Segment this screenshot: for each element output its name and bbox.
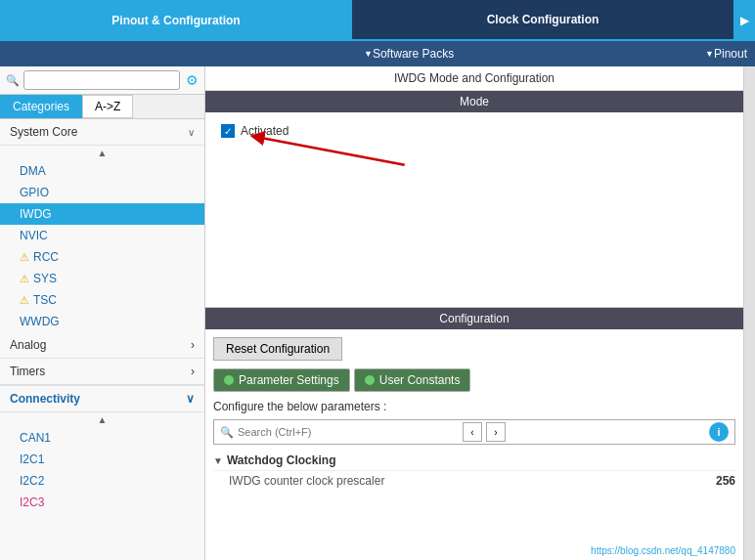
configure-text: Configure the below parameters :	[213, 400, 735, 413]
right-panel: IWDG Mode and Configuration Mode ✓ Activ…	[205, 66, 743, 560]
tab-az[interactable]: A->Z	[82, 95, 133, 118]
search-config-input[interactable]	[238, 426, 463, 438]
reset-config-button[interactable]: Reset Configuration	[213, 337, 342, 361]
analog-header[interactable]: Analog ›	[0, 332, 204, 359]
svg-line-0	[257, 137, 405, 165]
green-dot-icon	[365, 375, 375, 385]
watchdog-chevron-icon: ▼	[213, 455, 223, 466]
sidebar-content: System Core ∨ ▲ DMA GPIO IWDG NVIC ⚠ RCC	[0, 119, 204, 560]
param-name: IWDG counter clock prescaler	[229, 474, 384, 488]
config-section-header: Configuration	[205, 308, 743, 329]
scrollbar[interactable]	[743, 66, 755, 560]
panel-title: IWDG Mode and Configuration	[205, 66, 743, 91]
sidebar-item-gpio[interactable]: GPIO	[0, 182, 204, 203]
gear-icon[interactable]: ⚙	[186, 72, 199, 88]
chevron-right-icon: ›	[191, 365, 195, 378]
chevron-right-icon: ›	[191, 338, 195, 352]
watchdog-label: Watchdog Clocking	[227, 453, 336, 467]
activated-label: Activated	[241, 124, 289, 138]
connectivity-scroll-up[interactable]: ▲	[0, 412, 204, 427]
activated-checkbox[interactable]: ✓	[221, 124, 235, 138]
search-input[interactable]	[23, 70, 180, 90]
warning-icon: ⚠	[20, 294, 29, 307]
sidebar-item-tsc[interactable]: ⚠ TSC	[0, 289, 204, 311]
chevron-down-icon: ∨	[186, 392, 195, 406]
right-panel-wrapper: IWDG Mode and Configuration Mode ✓ Activ…	[205, 66, 743, 560]
next-btn[interactable]: ›	[486, 422, 506, 442]
sidebar-item-rcc[interactable]: ⚠ RCC	[0, 246, 204, 268]
header-right-btn[interactable]: ▶	[733, 0, 755, 41]
prev-btn[interactable]: ‹	[463, 422, 482, 442]
search-config-icon: 🔍	[220, 426, 234, 439]
sub-header: ▼ Software Packs ▼ Pinout	[0, 41, 755, 66]
timers-header[interactable]: Timers ›	[0, 359, 204, 385]
info-icon[interactable]: i	[709, 422, 729, 442]
param-value: 256	[716, 474, 735, 488]
sidebar-item-nvic[interactable]: NVIC	[0, 225, 204, 246]
system-core-header[interactable]: System Core ∨	[0, 119, 204, 146]
search-config-row: 🔍 ‹ › i	[213, 419, 735, 445]
search-icon: 🔍	[6, 74, 20, 87]
config-content: Reset Configuration Parameter Settings U…	[205, 329, 743, 560]
sub-header-left	[0, 41, 352, 66]
sidebar-item-wwdg[interactable]: WWDG	[0, 311, 204, 332]
sidebar-item-dma[interactable]: DMA	[0, 160, 204, 182]
sidebar-item-sys[interactable]: ⚠ SYS	[0, 268, 204, 289]
search-bar: 🔍 ⚙	[0, 66, 204, 95]
clock-header[interactable]: Clock Configuration	[352, 0, 733, 41]
sidebar-item-can1[interactable]: CAN1	[0, 427, 204, 449]
sidebar-item-iwdg[interactable]: IWDG	[0, 203, 204, 225]
clock-label: Clock Configuration	[487, 13, 600, 26]
top-header: Pinout & Configuration Clock Configurati…	[0, 0, 755, 41]
warning-icon: ⚠	[20, 273, 29, 285]
pinout-btn[interactable]: ▼ Pinout	[701, 47, 747, 61]
warning-icon: ⚠	[20, 251, 29, 264]
scroll-up-btn[interactable]: ▲	[0, 146, 204, 160]
param-row: IWDG counter clock prescaler 256	[213, 470, 735, 491]
mode-section-header: Mode	[205, 91, 743, 112]
user-constants-tab[interactable]: User Constants	[354, 368, 471, 392]
sidebar-item-i2c3[interactable]: I2C3	[0, 492, 204, 513]
mode-content: ✓ Activated	[205, 112, 743, 308]
sidebar: 🔍 ⚙ Categories A->Z System Core ∨ ▲	[0, 66, 205, 560]
tab-categories[interactable]: Categories	[0, 95, 82, 118]
main-content: 🔍 ⚙ Categories A->Z System Core ∨ ▲	[0, 66, 755, 560]
param-settings-tab[interactable]: Parameter Settings	[213, 368, 350, 392]
software-packs-btn[interactable]: ▼ Software Packs	[360, 47, 454, 61]
sidebar-item-i2c2[interactable]: I2C2	[0, 470, 204, 492]
pinout-header[interactable]: Pinout & Configuration	[0, 0, 352, 41]
sub-header-right: ▼ Software Packs ▼ Pinout	[352, 41, 755, 66]
green-dot-icon	[224, 375, 234, 385]
annotation-arrow	[205, 112, 743, 307]
connectivity-header[interactable]: Connectivity ∨	[0, 385, 204, 412]
sidebar-item-i2c1[interactable]: I2C1	[0, 449, 204, 470]
watchdog-clocking-row: ▼ Watchdog Clocking	[213, 451, 735, 470]
tabs-bar: Categories A->Z	[0, 95, 204, 119]
chevron-down-icon: ∨	[188, 127, 195, 138]
param-tabs: Parameter Settings User Constants	[213, 368, 735, 392]
activated-row: ✓ Activated	[221, 124, 728, 138]
pinout-label: Pinout & Configuration	[111, 14, 240, 27]
